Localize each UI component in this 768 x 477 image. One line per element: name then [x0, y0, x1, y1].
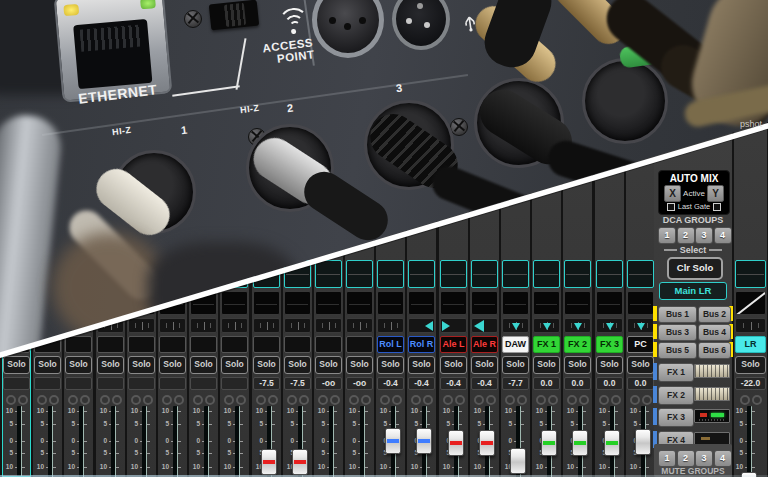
channel-scribble[interactable]: DAW [502, 336, 529, 353]
channel-scribble[interactable]: LR [735, 336, 766, 353]
eq-display[interactable] [253, 291, 280, 315]
channel-scribble[interactable] [221, 336, 248, 353]
fader-cap[interactable] [572, 430, 588, 456]
pan-control[interactable] [564, 318, 591, 333]
channel-scribble[interactable] [97, 336, 124, 353]
solo-button[interactable]: Solo [471, 356, 498, 374]
channel-scribble[interactable]: FX 3 [596, 336, 623, 353]
solo-button[interactable]: Solo [97, 356, 124, 374]
fader-cap[interactable] [416, 428, 432, 454]
solo-button[interactable]: Solo [315, 356, 342, 374]
solo-button[interactable]: Solo [346, 356, 373, 374]
channel-scribble[interactable]: Ale L [440, 336, 467, 353]
main-lr-button[interactable]: Main LR [659, 282, 727, 300]
bus-button[interactable]: Bus 4 [698, 324, 731, 341]
mute-group-button[interactable]: 1 [658, 450, 676, 467]
pan-control[interactable] [735, 318, 766, 333]
pan-control[interactable] [408, 318, 435, 333]
bus-button[interactable]: Bus 1 [658, 306, 697, 323]
fader-track[interactable] [204, 406, 209, 477]
solo-button[interactable]: Solo [3, 356, 30, 374]
gate-comp-display[interactable] [377, 260, 404, 288]
solo-button[interactable]: Solo [284, 356, 311, 374]
pan-control[interactable] [596, 318, 623, 333]
bus-button[interactable]: Bus 5 [658, 342, 697, 359]
pan-control[interactable] [190, 318, 217, 333]
pan-control[interactable] [128, 318, 155, 333]
channel-scribble[interactable] [190, 336, 217, 353]
gate-comp-display[interactable] [627, 260, 654, 288]
mute-group-button[interactable]: 3 [695, 450, 713, 467]
channel-scribble[interactable]: PC [627, 336, 654, 353]
solo-button[interactable]: Solo [377, 356, 404, 374]
gate-comp-display[interactable] [502, 260, 529, 288]
pan-control[interactable] [315, 318, 342, 333]
fx-rack-thumbnail[interactable] [694, 409, 730, 423]
gate-comp-display[interactable] [596, 260, 623, 288]
fader-track[interactable] [235, 406, 240, 477]
dca-group-button[interactable]: 1 [658, 227, 676, 244]
channel-scribble[interactable]: FX 2 [564, 336, 591, 353]
gate-comp-display[interactable] [346, 260, 373, 288]
eq-display[interactable] [735, 291, 766, 315]
eq-display[interactable] [471, 291, 498, 315]
gate-comp-display[interactable] [440, 260, 467, 288]
gate-comp-display[interactable] [564, 260, 591, 288]
eq-display[interactable] [377, 291, 404, 315]
fader-track[interactable] [142, 406, 147, 477]
eq-display[interactable] [502, 291, 529, 315]
solo-button[interactable]: Solo [533, 356, 560, 374]
fader-cap[interactable] [604, 430, 620, 456]
solo-button[interactable]: Solo [221, 356, 248, 374]
fader-track[interactable] [17, 406, 22, 477]
eq-display[interactable] [440, 291, 467, 315]
channel-scribble[interactable]: Ale R [471, 336, 498, 353]
channel-scribble[interactable]: Rol R [408, 336, 435, 353]
gate-comp-display[interactable] [315, 260, 342, 288]
fader-track[interactable] [329, 406, 334, 477]
pan-control[interactable] [346, 318, 373, 333]
fader-cap[interactable] [541, 430, 557, 456]
pan-control[interactable] [471, 318, 498, 333]
solo-button[interactable]: Solo [190, 356, 217, 374]
clear-solo-button[interactable]: Clr Solo [667, 257, 723, 280]
solo-button[interactable]: Solo [440, 356, 467, 374]
fader-cap[interactable] [448, 430, 464, 456]
fader-track[interactable] [173, 406, 178, 477]
pan-control[interactable] [502, 318, 529, 333]
dca-group-button[interactable]: 2 [677, 227, 695, 244]
fader-track[interactable] [360, 406, 365, 477]
pan-control[interactable] [253, 318, 280, 333]
auto-mix-y-button[interactable]: Y [707, 185, 724, 202]
dca-group-button[interactable]: 4 [714, 227, 732, 244]
solo-button[interactable]: Solo [253, 356, 280, 374]
solo-button[interactable]: Solo [596, 356, 623, 374]
fader-cap[interactable] [635, 429, 651, 455]
fader-track[interactable] [111, 406, 116, 477]
pan-control[interactable] [377, 318, 404, 333]
channel-scribble[interactable] [128, 336, 155, 353]
fader-track[interactable] [747, 406, 752, 477]
solo-button[interactable]: Solo [65, 356, 92, 374]
bus-button[interactable]: Bus 2 [698, 306, 731, 323]
channel-scribble[interactable] [253, 336, 280, 353]
fx-button[interactable]: FX 1 [658, 363, 694, 382]
eq-display[interactable] [596, 291, 623, 315]
solo-button[interactable]: Solo [735, 356, 766, 374]
pan-control[interactable] [627, 318, 654, 333]
dca-group-button[interactable]: 3 [695, 227, 713, 244]
pan-control[interactable] [284, 318, 311, 333]
fader-cap[interactable] [292, 449, 308, 475]
channel-scribble[interactable] [315, 336, 342, 353]
mute-group-button[interactable]: 2 [677, 450, 695, 467]
fader-track[interactable] [79, 406, 84, 477]
eq-display[interactable] [315, 291, 342, 315]
fader-cap[interactable] [261, 449, 277, 475]
pan-control[interactable] [440, 318, 467, 333]
bus-button[interactable]: Bus 6 [698, 342, 731, 359]
eq-display[interactable] [627, 291, 654, 315]
mute-group-button[interactable]: 4 [714, 450, 732, 467]
fader-cap[interactable] [510, 448, 526, 474]
pan-control[interactable] [221, 318, 248, 333]
solo-button[interactable]: Solo [159, 356, 186, 374]
